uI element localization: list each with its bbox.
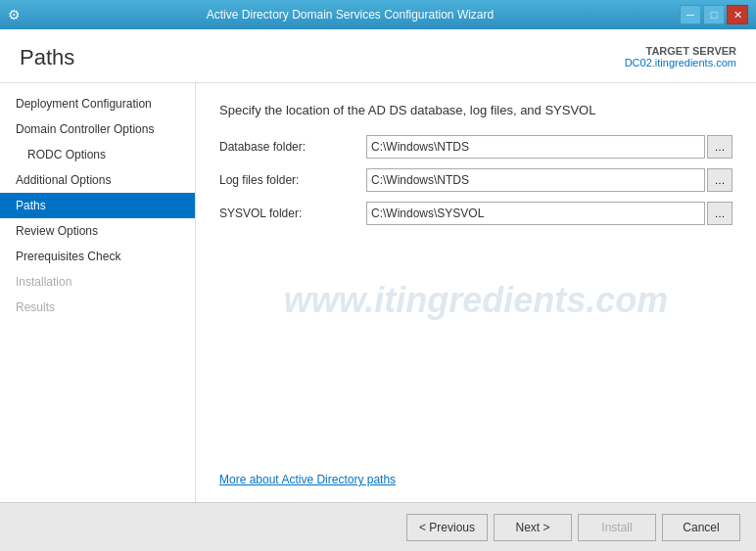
sidebar-item-results: Results — [0, 295, 195, 320]
database-folder-input-group: … — [366, 135, 732, 159]
next-button[interactable]: Next > — [494, 514, 572, 541]
watermark: www.itingredients.com — [284, 280, 669, 321]
log-files-folder-browse-button[interactable]: … — [707, 168, 732, 192]
footer: < Previous Next > Install Cancel — [0, 502, 756, 551]
sidebar-item-installation: Installation — [0, 269, 195, 295]
minimize-button[interactable]: ─ — [680, 5, 701, 24]
previous-button[interactable]: < Previous — [406, 514, 488, 541]
install-button[interactable]: Install — [578, 514, 656, 541]
target-server-info: TARGET SERVER DC02.itingredients.com — [625, 45, 736, 69]
database-folder-input[interactable] — [366, 135, 705, 159]
target-server-name: DC02.itingredients.com — [625, 57, 736, 69]
content-area: Deployment Configuration Domain Controll… — [0, 83, 756, 502]
database-folder-browse-button[interactable]: … — [707, 135, 732, 159]
maximize-button[interactable]: □ — [703, 5, 725, 24]
sidebar-item-deployment[interactable]: Deployment Configuration — [0, 91, 195, 116]
learn-more-link[interactable]: More about Active Directory paths — [219, 473, 396, 486]
close-button[interactable]: ✕ — [727, 5, 748, 24]
main-panel: Specify the location of the AD DS databa… — [196, 83, 756, 502]
sidebar-item-rodc[interactable]: RODC Options — [0, 142, 195, 167]
sidebar: Deployment Configuration Domain Controll… — [0, 83, 196, 502]
sidebar-item-paths[interactable]: Paths — [0, 193, 195, 218]
sidebar-item-review[interactable]: Review Options — [0, 218, 195, 244]
window-controls: ─ □ ✕ — [680, 5, 748, 24]
sidebar-item-dc-options[interactable]: Domain Controller Options — [0, 116, 195, 142]
sysvol-folder-label: SYSVOL folder: — [219, 207, 366, 220]
sysvol-folder-row: SYSVOL folder: … — [219, 202, 732, 225]
sidebar-item-prerequisites[interactable]: Prerequisites Check — [0, 244, 195, 269]
app-icon: ⚙ — [8, 7, 21, 23]
sysvol-folder-input-group: … — [366, 202, 732, 225]
title-bar: ⚙ Active Directory Domain Services Confi… — [0, 0, 756, 29]
log-files-folder-input[interactable] — [366, 168, 705, 192]
window-title: Active Directory Domain Services Configu… — [21, 8, 680, 22]
page-title: Paths — [20, 45, 74, 70]
log-files-folder-input-group: … — [366, 168, 732, 192]
page-header: Paths TARGET SERVER DC02.itingredients.c… — [0, 29, 756, 83]
target-server-label: TARGET SERVER — [625, 45, 736, 57]
cancel-button[interactable]: Cancel — [662, 514, 740, 541]
log-files-folder-row: Log files folder: … — [219, 168, 732, 192]
database-folder-row: Database folder: … — [219, 135, 732, 159]
database-folder-label: Database folder: — [219, 140, 366, 154]
sysvol-folder-input[interactable] — [366, 202, 705, 225]
instruction-text: Specify the location of the AD DS databa… — [219, 103, 732, 117]
log-files-folder-label: Log files folder: — [219, 173, 366, 187]
sysvol-folder-browse-button[interactable]: … — [707, 202, 732, 225]
sidebar-item-additional[interactable]: Additional Options — [0, 167, 195, 193]
main-window: Paths TARGET SERVER DC02.itingredients.c… — [0, 29, 756, 551]
